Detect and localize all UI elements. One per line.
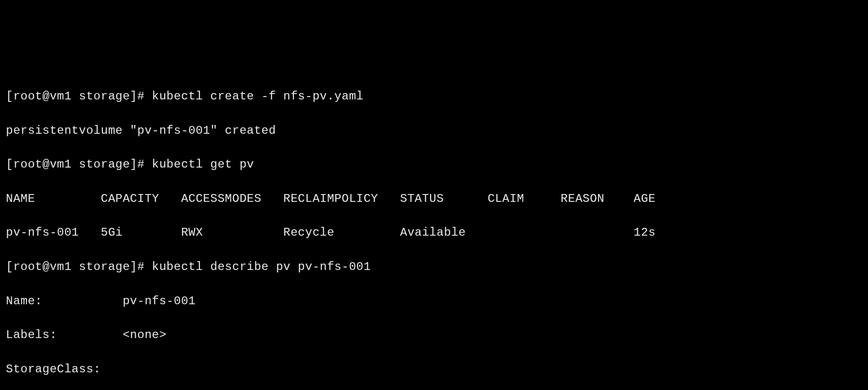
terminal-line: persistentvolume "pv-nfs-001" created — [6, 122, 862, 140]
terminal-line: pv-nfs-001 5Gi RWX Recycle Available 12s — [6, 224, 862, 242]
terminal-line: StorageClass: — [6, 361, 862, 378]
terminal-line: NAME CAPACITY ACCESSMODES RECLAIMPOLICY … — [6, 191, 862, 208]
terminal-output[interactable]: [root@vm1 storage]# kubectl create -f nf… — [6, 71, 862, 390]
terminal-line: Name: pv-nfs-001 — [6, 293, 862, 310]
terminal-line: Labels: <none> — [6, 327, 862, 344]
terminal-line: [root@vm1 storage]# kubectl get pv — [6, 156, 862, 173]
terminal-line: [root@vm1 storage]# kubectl create -f nf… — [6, 88, 862, 105]
terminal-line: [root@vm1 storage]# kubectl describe pv … — [6, 259, 862, 276]
